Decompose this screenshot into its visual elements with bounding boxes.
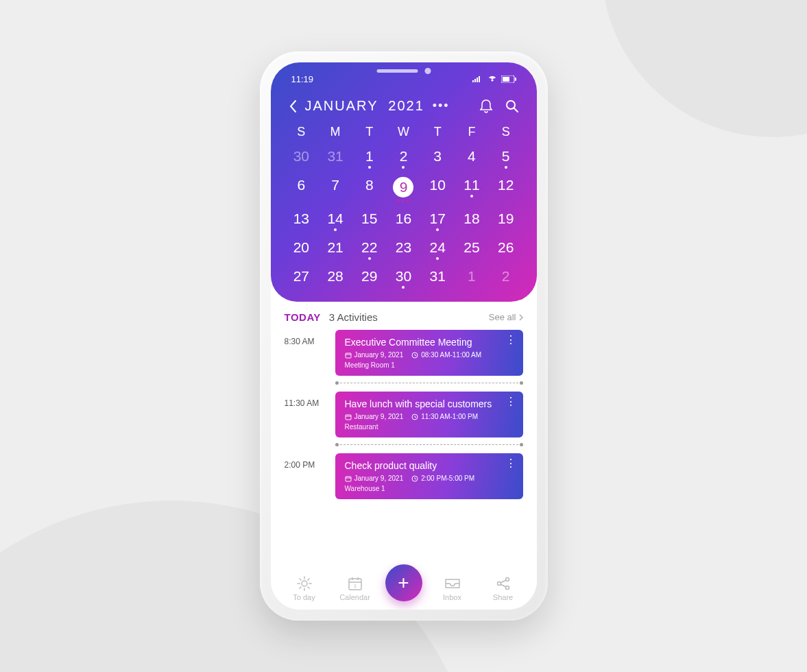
calendar-day[interactable]: 21 — [318, 235, 352, 262]
calendar-day[interactable]: 4 — [455, 143, 489, 171]
nav-inbox[interactable]: Inbox — [432, 576, 473, 601]
calendar-day[interactable]: 6 — [285, 172, 319, 204]
card-menu-button[interactable]: ⋮ — [505, 461, 516, 466]
search-icon[interactable] — [505, 99, 519, 113]
calendar-day[interactable]: 2 — [387, 143, 421, 171]
activity-title: Check product quality — [345, 460, 503, 471]
calendar-small-icon: January 9, 2021 — [345, 475, 404, 482]
month-menu-button[interactable]: ••• — [433, 99, 450, 113]
calendar-day[interactable]: 31 — [420, 263, 455, 291]
svg-rect-6 — [515, 77, 516, 81]
battery-icon — [501, 75, 516, 83]
share-icon — [496, 576, 511, 591]
activity-time: 11:30 AM — [285, 392, 326, 408]
calendar-day[interactable]: 30 — [387, 263, 421, 291]
activity-date: January 9, 2021 — [354, 351, 404, 359]
activity-row: 8:30 AMExecutive Committee MeetingJanuar… — [285, 330, 523, 376]
calendar-day[interactable]: 16 — [387, 206, 421, 233]
calendar-day[interactable]: 8 — [352, 172, 387, 204]
card-menu-button[interactable]: ⋮ — [505, 338, 516, 342]
nav-today[interactable]: To day — [284, 576, 325, 601]
see-all-link[interactable]: See all — [489, 312, 523, 322]
card-menu-button[interactable]: ⋮ — [505, 400, 516, 404]
activity-title: Executive Committee Meeting — [345, 337, 503, 348]
bell-icon[interactable] — [479, 99, 493, 114]
calendar-day[interactable]: 5 — [489, 143, 523, 171]
calendar-day[interactable]: 26 — [489, 235, 523, 262]
today-label: TODAY — [285, 311, 321, 323]
calendar-day[interactable]: 28 — [318, 263, 352, 291]
calendar-day[interactable]: 19 — [489, 206, 523, 233]
signal-icon — [472, 75, 483, 82]
calendar-day[interactable]: 1 — [352, 143, 387, 171]
calendar-day[interactable]: 27 — [285, 263, 319, 291]
clock-icon: 11:30 AM-1:00 PM — [411, 413, 478, 420]
activity-card[interactable]: Executive Committee MeetingJanuary 9, 20… — [335, 330, 523, 376]
nav-calendar[interactable]: 1 Calendar — [335, 576, 376, 601]
calendar-day[interactable]: 7 — [318, 172, 352, 204]
activity-range: 2:00 PM-5:00 PM — [421, 475, 474, 482]
svg-text:1: 1 — [353, 583, 357, 589]
svg-line-25 — [308, 579, 309, 580]
activity-card[interactable]: Check product qualityJanuary 9, 20212:00… — [335, 453, 523, 499]
activity-location: Meeting Room 1 — [345, 361, 503, 369]
calendar-day[interactable]: 24 — [420, 235, 455, 262]
calendar-day[interactable]: 29 — [352, 263, 387, 291]
svg-point-32 — [497, 581, 501, 585]
bottom-nav: To day 1 Calendar + Inbox Share — [271, 568, 537, 610]
calendar-day[interactable]: 9 — [387, 172, 421, 204]
calendar-small-icon: January 9, 2021 — [345, 351, 404, 359]
svg-line-26 — [300, 587, 301, 588]
calendar-day[interactable]: 2 — [489, 263, 523, 291]
calendar-day[interactable]: 25 — [455, 235, 489, 262]
svg-rect-1 — [474, 79, 476, 82]
calendar-day[interactable]: 23 — [387, 235, 421, 262]
calendar-day[interactable]: 20 — [285, 235, 319, 262]
inbox-icon — [444, 576, 461, 591]
activity-range: 11:30 AM-1:00 PM — [421, 413, 478, 420]
back-button[interactable] — [289, 99, 297, 113]
nav-today-label: To day — [293, 593, 315, 601]
weekday-label: T — [420, 125, 455, 139]
weekday-label: M — [318, 125, 352, 139]
calendar-day[interactable]: 22 — [352, 235, 387, 262]
calendar-day[interactable]: 15 — [352, 206, 387, 233]
calendar-day[interactable]: 18 — [455, 206, 489, 233]
svg-line-24 — [308, 587, 309, 588]
activity-row: 11:30 AMHave lunch with special customer… — [285, 392, 523, 437]
calendar-day[interactable]: 12 — [489, 172, 523, 204]
svg-point-34 — [505, 586, 509, 589]
calendar-day[interactable]: 1 — [455, 263, 489, 291]
activity-row: 2:00 PMCheck product qualityJanuary 9, 2… — [285, 453, 523, 499]
calendar-day[interactable]: 31 — [318, 143, 352, 171]
activity-range: 08:30 AM-11:00 AM — [421, 351, 481, 359]
status-bar: 11:19 — [285, 72, 523, 86]
nav-share-label: Share — [493, 593, 513, 601]
nav-share[interactable]: Share — [483, 576, 524, 601]
sun-icon — [297, 576, 312, 591]
activity-date: January 9, 2021 — [354, 413, 404, 420]
activities-section: TODAY 3 Activities See all 8:30 AMExecut… — [271, 302, 537, 499]
activity-title: Have lunch with special customers — [345, 398, 503, 409]
nav-inbox-label: Inbox — [443, 593, 461, 601]
calendar-day[interactable]: 14 — [318, 206, 352, 233]
status-time: 11:19 — [291, 74, 314, 84]
activity-card[interactable]: Have lunch with special customersJanuary… — [335, 392, 523, 437]
calendar-day[interactable]: 13 — [285, 206, 319, 233]
calendar-day[interactable]: 17 — [420, 206, 455, 233]
svg-line-8 — [514, 108, 518, 112]
svg-point-7 — [507, 101, 515, 109]
calendar-day[interactable]: 10 — [420, 172, 455, 204]
svg-line-23 — [300, 579, 301, 580]
screen: 11:19 JANUARY — [271, 62, 537, 610]
calendar-header: 11:19 JANUARY — [271, 62, 537, 302]
svg-line-35 — [501, 580, 506, 583]
calendar-small-icon: January 9, 2021 — [345, 413, 404, 420]
activity-divider — [335, 381, 523, 385]
weekday-label: T — [352, 125, 387, 139]
fab-add-button[interactable]: + — [385, 564, 422, 601]
calendar-day[interactable]: 30 — [285, 143, 319, 171]
calendar-day[interactable]: 3 — [420, 143, 455, 171]
calendar-day[interactable]: 11 — [455, 172, 489, 204]
month-title[interactable]: JANUARY 2021 — [305, 98, 424, 114]
